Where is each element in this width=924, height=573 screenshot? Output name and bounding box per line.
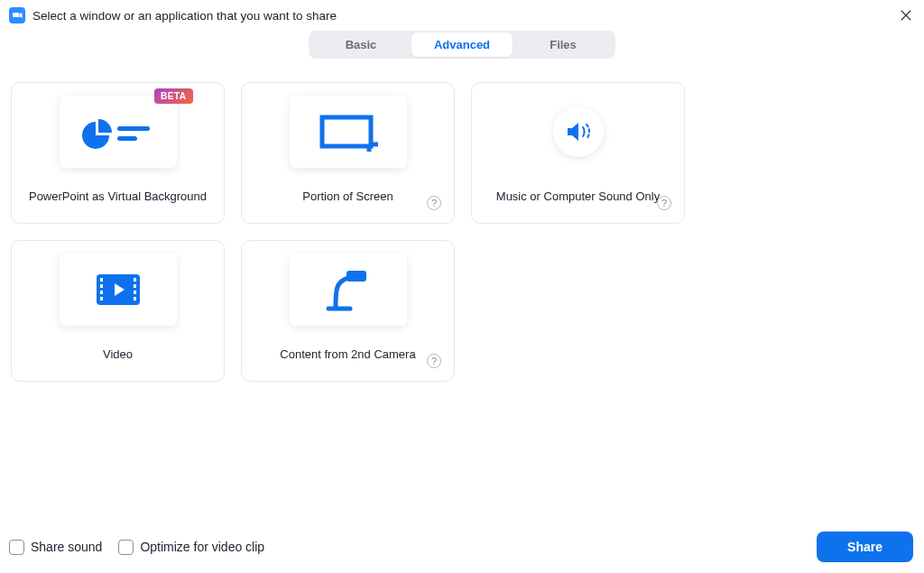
option-label: PowerPoint as Virtual Background [29, 189, 207, 203]
sound-preview [520, 96, 637, 168]
svg-rect-1 [117, 126, 150, 131]
tab-bar: Basic Advanced Files [0, 31, 924, 59]
tab-advanced[interactable]: Advanced [411, 32, 513, 57]
option-powerpoint-virtual-background[interactable]: BETA PowerPoint as Virtual Background [11, 82, 225, 224]
checkbox-share-sound[interactable]: Share sound [9, 540, 102, 555]
option-video[interactable]: Video [11, 240, 225, 382]
svg-rect-11 [134, 278, 136, 282]
beta-badge: BETA [154, 88, 192, 104]
help-icon[interactable]: ? [427, 354, 441, 368]
svg-rect-8 [100, 284, 103, 288]
svg-rect-15 [346, 271, 366, 282]
speaker-icon [566, 121, 591, 143]
option-label: Video [103, 347, 133, 361]
close-icon[interactable] [899, 8, 913, 23]
checkbox-optimize-video-clip[interactable]: Optimize for video clip [118, 540, 264, 555]
help-icon[interactable]: ? [657, 196, 671, 210]
svg-rect-14 [134, 297, 136, 300]
portion-preview [290, 96, 407, 168]
camera2-preview [290, 254, 407, 326]
ppt-vbg-preview: BETA [60, 96, 177, 168]
tab-basic[interactable]: Basic [310, 32, 411, 57]
film-play-icon [95, 273, 142, 307]
pie-lines-icon [79, 112, 157, 152]
svg-rect-9 [100, 291, 103, 294]
option-label: Portion of Screen [302, 189, 393, 203]
option-content-second-camera[interactable]: Content from 2nd Camera ? [241, 240, 455, 382]
svg-rect-13 [134, 291, 136, 294]
option-label: Content from 2nd Camera [280, 347, 415, 361]
window-header: Select a window or an application that y… [0, 0, 924, 29]
desk-lamp-icon [323, 267, 374, 312]
footer-bar: Share sound Optimize for video clip Shar… [0, 522, 924, 573]
share-options-grid: BETA PowerPoint as Virtual Background Po… [0, 59, 924, 382]
svg-rect-7 [100, 278, 103, 282]
share-button[interactable]: Share [817, 531, 913, 562]
svg-rect-3 [322, 117, 371, 146]
svg-rect-10 [100, 297, 103, 300]
option-music-computer-sound[interactable]: Music or Computer Sound Only ? [471, 82, 685, 224]
svg-rect-2 [117, 136, 137, 141]
tab-files[interactable]: Files [513, 32, 614, 57]
help-icon[interactable]: ? [427, 196, 441, 210]
video-preview [60, 254, 177, 326]
zoom-app-icon [9, 7, 25, 23]
svg-rect-12 [134, 284, 136, 288]
option-label: Music or Computer Sound Only [496, 189, 660, 203]
option-portion-of-screen[interactable]: Portion of Screen ? [241, 82, 455, 224]
crop-rect-icon [317, 110, 380, 153]
checkbox-label: Optimize for video clip [140, 540, 264, 554]
checkbox-label: Share sound [31, 540, 102, 554]
checkbox-box [9, 540, 24, 555]
checkbox-box [118, 540, 134, 555]
window-title: Select a window or an application that y… [32, 9, 899, 23]
